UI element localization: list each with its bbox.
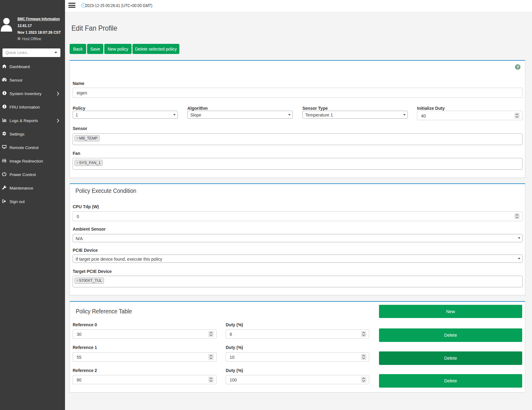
svg-text:?: ? (516, 65, 519, 70)
